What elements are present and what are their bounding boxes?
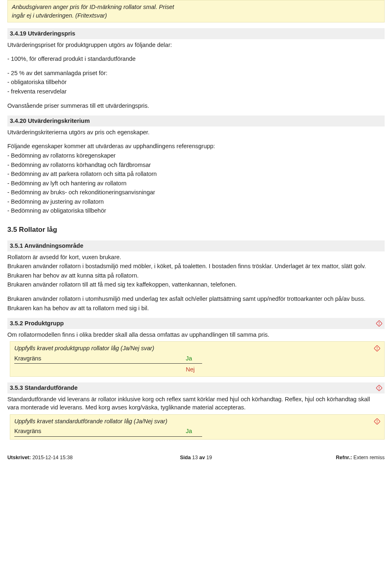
s3420-i6: - Bedömning av justering av rollatorn — [7, 198, 381, 206]
section-3-4-20-title: 3.4.20 Utvärderingskriterium — [10, 117, 90, 125]
alert-icon — [374, 345, 380, 351]
page-of: av — [198, 455, 207, 460]
intro-line2: ingår ej i utvärderingen. (Fritextsvar) — [12, 11, 380, 20]
intro-highlight: Anbudsgivaren anger pris för ID-märkning… — [7, 0, 385, 22]
section-3-5-1-title: 3.5.1 Användningsområde — [10, 242, 83, 250]
section-3-4-19-heading: 3.4.19 Utvärderingspris — [7, 28, 385, 39]
page-current: 13 — [192, 455, 198, 460]
section-3-5-2-heading: 3.5.2 Produktgrupp — [7, 318, 385, 329]
s353-question: Uppfylls kravet standardutförande rollat… — [14, 417, 374, 426]
s3420-i5: - Bedömning av bruks- och rekonditioneri… — [7, 188, 381, 197]
page-footer: Utskrivet: 2015-12-14 15:38 Sida 13 av 1… — [7, 454, 385, 462]
s3419-b3: - obligatoriska tillbehör — [7, 78, 381, 87]
alert-icon — [376, 320, 382, 327]
page-total: 19 — [206, 455, 212, 460]
answer-yes: Ja — [186, 427, 202, 436]
section-3-5-2-title: 3.5.2 Produktgrupp — [10, 319, 64, 328]
s3420-i7: - Bedömning av obligatoriska tillbehör — [7, 207, 381, 215]
s353-requirement-box: Uppfylls kravet standardutförande rollat… — [10, 414, 385, 440]
s3420-list-intro: Följande egenskaper kommer att utvärdera… — [7, 142, 381, 151]
s3419-b2: - 25 % av det sammanlagda priset för: — [7, 69, 381, 78]
s3419-intro: Utvärderingspriset för produktgruppen ut… — [7, 41, 381, 49]
section-3-5-3-heading: 3.5.3 Standardutförande — [7, 382, 385, 393]
section-3-5-1-heading: 3.5.1 Användningsområde — [7, 240, 385, 251]
kravgrans-label: Kravgräns — [14, 354, 186, 363]
printed-date: 2015-12-14 15:38 — [31, 455, 73, 460]
s351-p3: Brukaren har behov av att kunna sitta på… — [7, 271, 381, 280]
alert-icon — [376, 385, 382, 391]
section-3-4-20-heading: 3.4.20 Utvärderingskriterium — [7, 116, 385, 127]
refnr-value: Extern remiss — [352, 455, 385, 460]
s352-body: Om rollatormodellen finns i olika bredde… — [7, 331, 381, 339]
alert-icon — [374, 418, 380, 424]
svg-point-5 — [377, 349, 378, 350]
s352-requirement-box: Uppfylls kravet produktgrupp rollator lå… — [10, 341, 385, 377]
s352-question: Uppfylls kravet produktgrupp rollator lå… — [14, 344, 374, 353]
section-3-5-heading: 3.5 Rollator låg — [7, 225, 385, 235]
svg-point-2 — [379, 324, 380, 325]
svg-point-8 — [379, 389, 380, 389]
svg-point-11 — [377, 422, 378, 423]
section-3-5-3-title: 3.5.3 Standardutförande — [10, 384, 78, 392]
page-label: Sida — [180, 455, 192, 460]
s351-p5: Brukaren använder rollatorn i utomhusmil… — [7, 295, 381, 303]
answer-no: Nej — [186, 365, 202, 374]
refnr-label: Refnr.: — [336, 455, 352, 460]
s3420-i1: - Bedömning av rollatorns köregenskaper — [7, 151, 381, 160]
s3420-intro: Utvärderingskriterierna utgörs av pris o… — [7, 128, 381, 137]
printed-label: Utskrivet: — [7, 455, 31, 460]
s353-body: Standardutförande vid leverans är rollat… — [7, 395, 381, 412]
s3420-i4: - Bedömning av lyft och hantering av rol… — [7, 179, 381, 188]
answer-yes: Ja — [186, 354, 202, 363]
section-3-4-19-title: 3.4.19 Utvärderingspris — [10, 29, 75, 38]
s3419-outro: Ovanstående priser summeras till ett utv… — [7, 102, 381, 110]
s3420-i3: - Bedömning av att parkera rollatorn och… — [7, 170, 381, 178]
intro-line1: Anbudsgivaren anger pris för ID-märkning… — [12, 3, 380, 11]
s3419-b1: - 100%, för offererad produkt i standard… — [7, 55, 381, 63]
s351-p6: Brukaren kan ha behov av att ta rollator… — [7, 304, 381, 313]
s351-p1: Rollatorn är avsedd för kort, vuxen bruk… — [7, 253, 381, 262]
s3419-b4: - frekventa reservdelar — [7, 87, 381, 96]
s351-p4: Brukaren använder rollatorn till att få … — [7, 280, 381, 289]
kravgrans-label: Kravgräns — [14, 427, 186, 436]
s3420-i2: - Bedömning av rollatorns körhandtag och… — [7, 161, 381, 169]
s351-p2: Brukaren använder rollatorn i bostadsmil… — [7, 262, 381, 271]
